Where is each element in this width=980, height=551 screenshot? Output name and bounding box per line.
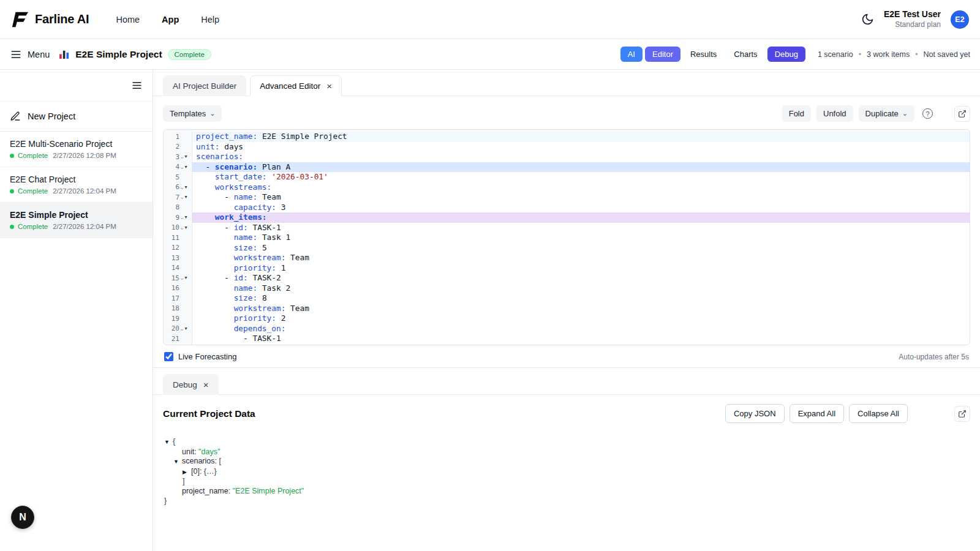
top-navbar: Farline AI HomeAppHelp E2E Test User Sta…: [0, 0, 980, 39]
main-nav: HomeAppHelp: [116, 15, 219, 24]
code-text: workstream: Team: [192, 304, 970, 314]
editor-open-external-button[interactable]: [954, 106, 970, 122]
templates-dropdown[interactable]: Templates ⌄: [163, 105, 222, 122]
project-list: E2E Multi-Scenario ProjectComplete2/27/2…: [0, 132, 153, 238]
line-number: 22: [164, 345, 179, 345]
project-title-group: E2E Simple Project Complete: [58, 48, 211, 60]
help-icon[interactable]: ?: [922, 108, 933, 119]
line-number: 16: [164, 284, 179, 292]
fold-chevron-icon: ⌄: [179, 275, 184, 281]
project-status: Complete: [18, 223, 48, 230]
dark-mode-toggle[interactable]: [861, 13, 874, 26]
tab-label: Debug: [173, 380, 197, 389]
collapse-all-button[interactable]: Collapse All: [849, 404, 908, 423]
line-number: 18: [164, 304, 179, 312]
code-line-4: 4⌄▾ - scenario: Plan A: [164, 162, 970, 173]
code-text: - id: TASK-1: [192, 223, 970, 233]
avatar[interactable]: E2: [951, 10, 969, 29]
json-tree-row-3: ▶[0]: {…}: [164, 467, 970, 478]
menu-label: Menu: [28, 50, 50, 59]
fold-toggle-icon[interactable]: ⌄▾: [179, 184, 191, 190]
fold-chevron-icon: ⌄: [179, 154, 184, 160]
live-forecasting-checkbox[interactable]: [164, 352, 173, 361]
project-list-item-e2e-simple-project[interactable]: E2E Simple ProjectComplete2/27/2026 12:0…: [0, 203, 153, 238]
line-number: 13: [164, 254, 179, 262]
duplicate-dropdown[interactable]: Duplicate ⌄: [859, 105, 914, 122]
line-number: 1: [164, 133, 179, 141]
debug-panel-title: Current Project Data: [163, 408, 255, 419]
code-line-12: 12 size: 5: [164, 243, 970, 253]
line-gutter: 13: [164, 253, 192, 263]
view-btn-ai[interactable]: AI: [620, 47, 643, 62]
project-bar: Menu E2E Simple Project Complete AIEdito…: [0, 39, 980, 70]
project-meta-row: Complete2/27/2026 12:04 PM: [10, 223, 143, 230]
fold-toggle-icon[interactable]: ⌄▾: [179, 214, 191, 220]
auto-update-note: Auto-updates after 5s: [899, 353, 969, 361]
expand-all-button[interactable]: Expand All: [790, 404, 844, 423]
line-gutter: 8: [164, 203, 192, 213]
close-icon[interactable]: ×: [326, 81, 332, 91]
project-name: E2E Simple Project: [10, 210, 143, 220]
tab-debug[interactable]: Debug ×: [163, 374, 219, 395]
code-line-19: 19 priority: 2: [164, 313, 970, 324]
json-tree-row-6: }: [164, 497, 970, 506]
status-dot-icon: [10, 189, 14, 193]
code-text: workstream: Team: [192, 253, 970, 263]
json-tree-row-0: ▼{: [164, 437, 970, 448]
view-btn-charts[interactable]: Charts: [726, 47, 764, 62]
project-list-item-e2e-chat-project[interactable]: E2E Chat ProjectComplete2/27/2026 12:04 …: [0, 167, 153, 203]
fold-chevron-icon: ⌄: [179, 214, 184, 220]
line-gutter: 17: [164, 293, 192, 304]
fold-toggle-icon[interactable]: ⌄▾: [179, 164, 191, 170]
collapse-toggle-icon[interactable]: ▼: [164, 438, 173, 448]
tab-ai-project-builder[interactable]: AI Project Builder: [163, 75, 246, 96]
project-date: 2/27/2026 12:04 PM: [53, 187, 116, 195]
json-tree-row-2: ▼scenarios: [: [164, 457, 970, 467]
view-btn-debug[interactable]: Debug: [767, 47, 805, 62]
tab-advanced-editor[interactable]: Advanced Editor ×: [250, 75, 342, 96]
sidebar-collapse-icon[interactable]: [131, 80, 143, 91]
status-dot-icon: [10, 225, 14, 229]
line-number: 10: [164, 223, 179, 231]
code-line-3: 3⌄▾scenarios:: [164, 152, 970, 162]
fold-toggle-icon[interactable]: ⌄▾: [179, 326, 191, 332]
live-forecasting-toggle[interactable]: Live Forecasting: [164, 352, 236, 361]
nav-item-home[interactable]: Home: [116, 15, 140, 24]
project-list-item-e2e-multi-scenario-project[interactable]: E2E Multi-Scenario ProjectComplete2/27/2…: [0, 132, 153, 167]
fold-button[interactable]: Fold: [782, 105, 811, 122]
debug-open-external-button[interactable]: [954, 406, 970, 422]
nav-item-app[interactable]: App: [162, 15, 179, 24]
fold-triangle-icon: ▾: [184, 154, 187, 159]
code-line-21: 21 - TASK-1: [164, 334, 970, 344]
view-btn-editor[interactable]: Editor: [645, 47, 680, 62]
nextjs-devtools-button[interactable]: N: [11, 506, 34, 529]
copy-json-button[interactable]: Copy JSON: [725, 404, 785, 423]
line-number: 2: [164, 143, 179, 151]
meta-item-not-saved-yet: Not saved yet: [924, 50, 970, 59]
fold-toggle-icon[interactable]: ⌄▾: [179, 225, 191, 231]
code-text: - name: Team: [192, 192, 970, 203]
code-text: size: 5: [192, 243, 970, 253]
code-text: - id: TASK-3: [192, 344, 970, 346]
line-gutter: 1: [164, 132, 192, 142]
hamburger-icon: [10, 48, 22, 61]
fold-toggle-icon[interactable]: ⌄▾: [179, 275, 191, 281]
expand-toggle-icon[interactable]: ▶: [183, 468, 191, 478]
menu-button[interactable]: Menu: [10, 48, 50, 61]
fold-toggle-icon[interactable]: ⌄▾: [179, 194, 191, 200]
fold-toggle-icon[interactable]: ⌄▾: [179, 154, 191, 160]
new-project-button[interactable]: New Project: [0, 102, 153, 132]
line-number: 14: [164, 264, 179, 272]
json-tree-row-1: unit: "days": [164, 448, 970, 457]
line-number: 3: [164, 153, 179, 161]
fold-triangle-icon: ▾: [184, 326, 187, 331]
collapse-toggle-icon[interactable]: ▼: [173, 457, 182, 467]
nav-item-help[interactable]: Help: [201, 15, 219, 24]
code-text: unit: days: [192, 142, 970, 152]
close-icon[interactable]: ×: [203, 380, 209, 389]
yaml-editor[interactable]: 1project_name: E2E Simple Project2unit: …: [163, 129, 970, 345]
unfold-button[interactable]: Unfold: [816, 105, 853, 122]
view-btn-results[interactable]: Results: [683, 47, 724, 62]
code-text: scenarios:: [192, 152, 970, 162]
external-link-icon: [958, 110, 967, 118]
